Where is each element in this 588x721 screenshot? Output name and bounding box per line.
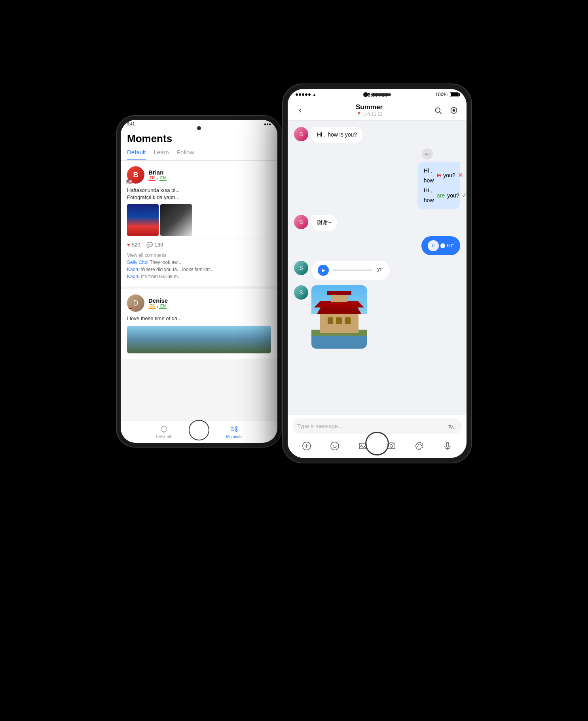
user-info-brian: Brian TR › EN xyxy=(148,169,167,181)
location-icon: 📍 xyxy=(356,112,362,117)
record-button[interactable] xyxy=(448,104,460,117)
tab-follow[interactable]: Follow xyxy=(177,149,194,160)
post-image-1[interactable] xyxy=(127,204,159,236)
post-denise: D 🇪🇸 Denise ES › EN xyxy=(121,289,277,359)
window3 xyxy=(345,317,351,324)
lang-from-denise: ES xyxy=(148,304,156,309)
wrong-word: is xyxy=(437,171,441,180)
post-image-2[interactable] xyxy=(160,204,192,236)
svg-point-0 xyxy=(161,426,167,432)
message-text-3: 谢谢~ xyxy=(317,219,331,226)
username-denise: Denise xyxy=(148,297,168,304)
post-header-brian: B 🇺🇸 Brian TR › EN xyxy=(127,166,271,184)
comment-kaoru-1: Kaoru Where did you ta... looks familiar… xyxy=(127,266,271,273)
phones-container: 9:41 ●●● Moments Default Learn Follow xyxy=(116,83,472,638)
translate-icon: 文 A xyxy=(447,422,456,431)
front-camera-area xyxy=(363,92,391,97)
bubble-3: 谢谢~ xyxy=(311,215,337,231)
image-bubble[interactable] xyxy=(311,285,367,349)
lang-to-brian: EN xyxy=(159,176,167,181)
reply-icon[interactable]: ↩ xyxy=(422,148,433,159)
translate-button[interactable]: 文 A xyxy=(446,421,457,432)
status-icons: ●●● xyxy=(264,122,271,126)
dot4 xyxy=(305,93,307,96)
search-button[interactable] xyxy=(432,104,444,117)
avatar-summer-1: S xyxy=(294,127,308,141)
record-icon xyxy=(450,106,458,114)
phone-front: ▲ 08:30 AM 100% ‹ Summer xyxy=(282,83,472,463)
pause-button[interactable]: ⏸ xyxy=(428,240,439,251)
temple-scene xyxy=(311,285,367,349)
avatar-denise: D 🇪🇸 xyxy=(127,294,144,312)
author-kaoru-2[interactable]: Kaoru xyxy=(127,274,140,279)
author-kaoru-1[interactable]: Kaoru xyxy=(127,267,140,272)
battery-label: 100% xyxy=(435,92,448,97)
window1 xyxy=(328,317,334,324)
audio-sent-row: ⏸ 60" xyxy=(294,236,460,255)
emoji-button[interactable] xyxy=(328,439,342,453)
nav-moments[interactable]: Moments xyxy=(199,421,269,443)
post-text-brian: Haftasonunda kısa bi...Fotoğrafçılık da … xyxy=(127,187,271,201)
front-home-button[interactable] xyxy=(365,432,389,455)
comments-count: 139 xyxy=(154,242,163,248)
svg-line-8 xyxy=(440,112,442,114)
post-comments-brian: View all comments Selly Choi They look a… xyxy=(127,250,271,280)
you-correct: you? xyxy=(447,191,459,201)
svg-point-10 xyxy=(453,109,455,112)
palette-button[interactable] xyxy=(412,439,427,453)
tab-learn[interactable]: Learn xyxy=(154,149,169,160)
nav-hellotalk[interactable]: HelloTalk xyxy=(129,421,199,443)
check-mark: ✓ xyxy=(462,190,467,201)
play-button-received[interactable]: ▶ xyxy=(318,265,329,276)
author-selly[interactable]: Selly Choi xyxy=(127,260,148,265)
back-button[interactable]: ‹ xyxy=(294,104,307,117)
audio-thumb[interactable] xyxy=(440,243,445,248)
view-all-comments[interactable]: View all comments xyxy=(127,252,271,258)
audio-received-row: S ▶ 37" xyxy=(294,261,460,280)
avatar-summer-2: S xyxy=(294,215,308,229)
avatar-brian: B 🇺🇸 xyxy=(127,166,144,184)
moments-title: Moments xyxy=(127,133,271,149)
chat-icon xyxy=(159,425,168,434)
likes-stat[interactable]: ♥ 520 xyxy=(127,242,140,248)
chat-screen: ▲ 08:30 AM 100% ‹ Summer xyxy=(288,89,467,458)
battery-icon xyxy=(450,92,459,97)
svg-point-21 xyxy=(390,445,393,448)
message-row-3: S 谢谢~ xyxy=(294,215,460,231)
x-mark: ✕ xyxy=(458,170,463,181)
home-button[interactable] xyxy=(189,420,209,440)
correct-correction: Hi，how are you? ✓ xyxy=(424,186,454,205)
heart-icon: ♥ xyxy=(127,242,130,248)
message-placeholder: Type a message... xyxy=(297,423,443,429)
add-button[interactable] xyxy=(300,439,314,453)
volume-up-button[interactable] xyxy=(116,175,116,190)
audio-duration-received: 37" xyxy=(376,268,383,273)
audio-bubble-received[interactable]: ▶ 37" xyxy=(311,261,390,280)
battlement xyxy=(327,291,351,295)
message-row-1: S Hi，how is you? xyxy=(294,127,460,143)
search-icon xyxy=(434,106,442,114)
denise-image[interactable] xyxy=(127,326,271,353)
volume-down-button[interactable] xyxy=(116,194,116,210)
front-camera-dot xyxy=(363,92,368,97)
image-received-row: S xyxy=(294,285,460,349)
chat-title: Summer xyxy=(356,103,383,111)
header-actions xyxy=(432,104,460,117)
nav-moments-label: Moments xyxy=(226,434,242,439)
mic-button[interactable] xyxy=(440,439,455,453)
window2 xyxy=(336,317,342,324)
audio-bubble-sent[interactable]: ⏸ 60" xyxy=(421,236,460,255)
message-text-1: Hi，how is you? xyxy=(317,131,357,138)
svg-point-6 xyxy=(236,430,237,432)
svg-point-25 xyxy=(421,445,422,446)
temple-walls xyxy=(320,311,358,333)
hi-wrong: Hi，how xyxy=(424,166,434,186)
nav-hellotalk-label: HelloTalk xyxy=(156,434,172,439)
svg-rect-26 xyxy=(446,442,449,447)
bubble-1: Hi，how is you? xyxy=(311,127,362,143)
likes-count: 520 xyxy=(132,242,140,248)
svg-point-17 xyxy=(333,445,334,446)
comments-stat[interactable]: 💬 139 xyxy=(146,242,163,248)
svg-point-5 xyxy=(236,428,237,430)
tab-default[interactable]: Default xyxy=(127,149,146,160)
